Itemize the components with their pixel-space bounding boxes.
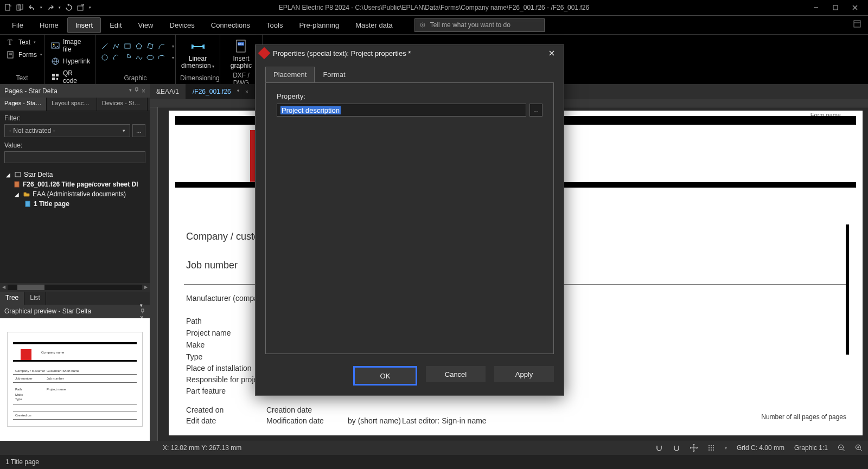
redo-dropdown-icon[interactable]: ▾ [58, 3, 62, 12]
zoom-out-icon[interactable] [838, 444, 845, 452]
snap-icon[interactable] [655, 444, 663, 452]
ribbon-forms-button[interactable]: Forms ▾ [4, 49, 40, 60]
preview-panel-title: Graphical preview - Star Delta [4, 307, 91, 315]
rectangle-tool-icon[interactable] [123, 41, 132, 51]
svg-rect-37 [15, 182, 19, 187]
menu-insert[interactable]: Insert [67, 17, 101, 33]
tree-node-eaa[interactable]: ◢ EAA (Administrative documents) [2, 189, 148, 199]
value-input[interactable] [4, 151, 145, 163]
dialog-tab-format[interactable]: Format [315, 67, 353, 82]
tree-scrollbar[interactable]: ◀ ▶ [0, 283, 150, 292]
property-input[interactable]: Project description [277, 104, 526, 117]
pages-subtabs: Pages - Star D... Layout space -... Devi… [0, 98, 150, 111]
document-tab-eaa1[interactable]: &EAA/1 [150, 84, 186, 99]
menu-connections[interactable]: Connections [203, 18, 258, 33]
move-icon[interactable] [690, 444, 698, 452]
menu-home[interactable]: Home [32, 18, 66, 33]
quick-access-toolbar: ▾ ▾ ▾ [3, 3, 92, 12]
undo-icon[interactable] [27, 3, 37, 12]
circle-tool-icon[interactable] [100, 53, 110, 62]
svg-rect-10 [854, 21, 860, 27]
filter-select[interactable]: - Not activated - ▾ [4, 124, 130, 137]
menu-bar: File Home Insert Edit View Devices Conne… [0, 16, 868, 34]
sector-tool-icon[interactable] [123, 53, 132, 62]
scroll-left-icon[interactable]: ◀ [2, 285, 5, 290]
search-box[interactable]: Tell me what you want to do [414, 18, 545, 32]
grid-icon[interactable] [707, 444, 715, 452]
line-tool-icon[interactable] [100, 41, 110, 51]
menu-edit[interactable]: Edit [102, 18, 129, 33]
panel-dropdown-icon[interactable]: ▾ [129, 87, 132, 95]
arc-center-tool-icon[interactable] [111, 53, 121, 62]
maximize-button[interactable] [826, 0, 845, 15]
multi-page-icon[interactable] [15, 3, 25, 12]
panel-dropdown-icon[interactable]: ▾ [140, 303, 143, 308]
polygon-tool-icon[interactable] [134, 41, 144, 51]
preview-thumbnail[interactable]: Company name Company / customer Customer… [7, 332, 143, 427]
ribbon-qrcode-button[interactable]: QR code [49, 68, 91, 86]
ok-button[interactable]: OK [353, 366, 417, 386]
menu-preplanning[interactable]: Pre-planning [291, 18, 347, 33]
dialog-tab-placement[interactable]: Placement [265, 67, 315, 82]
cancel-button[interactable]: Cancel [426, 366, 486, 382]
new-page-icon[interactable] [3, 3, 13, 12]
filter-browse-button[interactable]: ... [132, 124, 145, 137]
subtab-layout[interactable]: Layout space -... [47, 98, 97, 111]
menu-view[interactable]: View [131, 18, 161, 33]
close-tab-icon[interactable]: × [245, 88, 248, 95]
scrollbar-track[interactable] [8, 285, 142, 290]
snap2-icon[interactable]: : [673, 444, 680, 452]
zoom-in-icon[interactable] [855, 444, 863, 452]
polyline-tool-icon[interactable] [111, 41, 121, 51]
property-label: Property: [277, 92, 542, 100]
menu-file[interactable]: File [4, 18, 31, 33]
minimize-button[interactable] [806, 0, 826, 15]
panel-pin-icon[interactable] [134, 87, 139, 95]
qat-dropdown-icon[interactable]: ▾ [88, 3, 92, 12]
subtab-devices[interactable]: Devices - Star ... [98, 98, 148, 111]
panel-close-icon[interactable]: × [142, 87, 145, 95]
box-arrow-icon[interactable] [76, 3, 86, 12]
ribbon-imagefile-button[interactable]: Image file [49, 37, 91, 54]
ribbon-insert-graphic-button[interactable]: DXF Insertgraphic [225, 37, 258, 72]
page-icon [24, 200, 31, 208]
ribbon-hyperlink-button[interactable]: Hyperlink [49, 56, 91, 67]
tree-root[interactable]: ◢ Star Delta [2, 170, 148, 179]
ribbon-text-button[interactable]: T Text ▾ [4, 37, 40, 48]
value-label: Value: [4, 142, 145, 149]
scroll-right-icon[interactable]: ▶ [144, 285, 148, 290]
pages-tree[interactable]: ◢ Star Delta F26_001.f26 Title page/cove… [0, 166, 150, 283]
pin-icon[interactable] [235, 89, 241, 94]
arc-tool-icon[interactable] [157, 41, 167, 51]
collapse-ribbon-icon[interactable] [853, 20, 864, 30]
tree-tab-tree[interactable]: Tree [0, 292, 24, 305]
dialog-close-button[interactable] [544, 48, 559, 59]
tree-node-titlepage[interactable]: 1 Title page [2, 199, 148, 209]
pages-panel-title: Pages - Star Delta [4, 87, 58, 95]
close-button[interactable] [845, 0, 865, 15]
collapse-icon[interactable]: ◢ [4, 171, 12, 178]
menu-tools[interactable]: Tools [259, 18, 290, 33]
ellipse-arc-tool-icon[interactable] [157, 53, 167, 62]
scrollbar-thumb[interactable] [17, 285, 44, 290]
panel-pin-icon[interactable] [140, 309, 145, 314]
menu-devices[interactable]: Devices [162, 18, 202, 33]
menu-masterdata[interactable]: Master data [348, 18, 400, 33]
redo-icon[interactable] [46, 3, 55, 12]
grid-dropdown-icon[interactable]: ▾ [725, 446, 727, 451]
document-tab-f26[interactable]: /F26_001.f26 × [186, 84, 256, 99]
subtab-pages[interactable]: Pages - Star D... [0, 98, 47, 111]
dialog-titlebar[interactable]: Properties (special text): Project prope… [256, 45, 564, 61]
ribbon-linear-dimension-button[interactable]: Lineardimension ▾ [180, 37, 215, 72]
chevron-down-icon: ▾ [34, 40, 36, 44]
spline-tool-icon[interactable] [134, 53, 144, 62]
collapse-icon[interactable]: ◢ [13, 190, 21, 198]
undo-dropdown-icon[interactable]: ▾ [39, 3, 43, 12]
ellipse-tool-icon[interactable] [145, 53, 155, 62]
tree-node-f26[interactable]: F26_001.f26 Title page/cover sheet DI [2, 179, 148, 189]
rotated-rect-tool-icon[interactable] [145, 41, 155, 51]
tree-tab-list[interactable]: List [24, 292, 46, 305]
apply-button[interactable]: Apply [494, 366, 554, 382]
refresh-icon[interactable] [64, 3, 74, 12]
property-browse-button[interactable]: ... [529, 104, 542, 117]
